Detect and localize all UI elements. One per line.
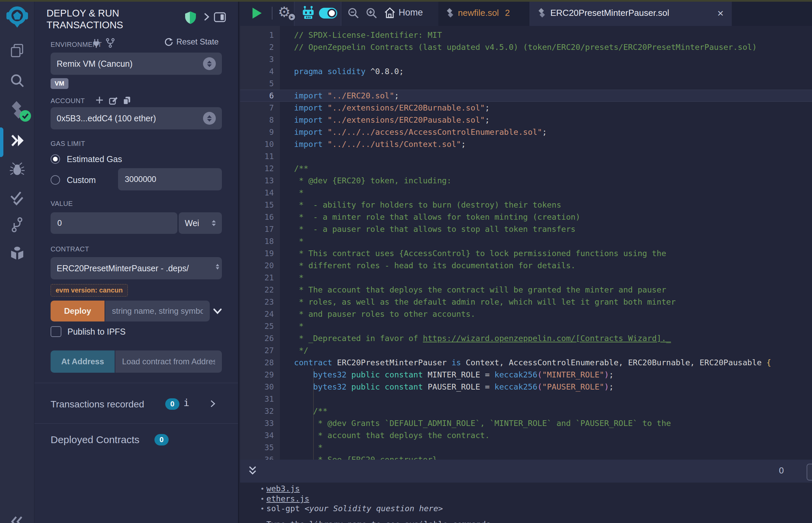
value-input[interactable]: [51, 212, 177, 234]
tab-erc20presetminterpauser[interactable]: ERC20PresetMinterPauser.sol ×: [529, 0, 732, 26]
script-play-badge: ▶: [288, 13, 296, 21]
line-number: 4: [240, 65, 274, 77]
remix-ide-window: DEPLOY & RUN TRANSACTIONS ENVIRONMENT: [0, 0, 812, 523]
value-unit-select[interactable]: Wei: [179, 212, 222, 234]
remix-logo[interactable]: [0, 4, 34, 28]
line-number-gutter[interactable]: 1234567891011121314151617181920212223242…: [240, 29, 274, 459]
solidity-compiler-icon[interactable]: [0, 101, 34, 119]
constructor-args-input[interactable]: [105, 301, 210, 322]
line-number: 15: [240, 199, 274, 211]
activity-bar: [0, 0, 34, 523]
line-number: 34: [240, 429, 274, 441]
remix-logo-icon: [5, 4, 29, 28]
value-unit-selected: Wei: [185, 218, 199, 228]
environment-select[interactable]: Remix VM (Cancun): [51, 53, 222, 75]
bullet-icon: •: [260, 504, 264, 514]
compile-run-script-icon[interactable]: ⚙ ▶: [278, 5, 293, 21]
code-line: // SPDX-License-Identifier: MIT: [294, 29, 771, 41]
zoom-in-icon[interactable]: [366, 7, 378, 19]
at-address-button[interactable]: At Address: [51, 350, 114, 373]
contract-select[interactable]: ERC20PresetMinterPauser - .deps/: [51, 257, 222, 279]
home-icon[interactable]: [384, 7, 396, 19]
bullet-icon: •: [260, 494, 264, 504]
zoom-out-icon[interactable]: [347, 7, 359, 19]
deployed-contracts-label: Deployed Contracts: [51, 434, 139, 446]
file-explorer-icon[interactable]: [0, 42, 34, 59]
add-account-icon[interactable]: [95, 96, 104, 105]
code-line: * @dev {ERC20} token, including:: [294, 175, 771, 187]
copy-account-icon[interactable]: [122, 96, 131, 105]
tab-newfile[interactable]: newfile.sol 2: [438, 0, 537, 26]
ai-copilot-robot-icon[interactable]: [301, 5, 316, 20]
code-line: [294, 393, 771, 405]
line-number: 29: [240, 369, 274, 381]
terminal-text: Type the library name to see available c…: [266, 520, 495, 523]
terminal-filter-box[interactable]: [807, 464, 812, 481]
compile-success-badge: [19, 110, 31, 122]
panel-title: DEPLOY & RUN TRANSACTIONS: [47, 7, 164, 31]
code-line: import "../../../utils/Context.sol";: [294, 138, 771, 150]
line-number: 12: [240, 162, 274, 175]
account-select[interactable]: 0x5B3...eddC4 (100 ether): [51, 107, 222, 129]
terminal-link[interactable]: web3.js: [266, 484, 300, 493]
terminal-link[interactable]: ethers.js: [266, 494, 309, 503]
bullet-icon: •: [260, 484, 264, 494]
line-number: 28: [240, 357, 274, 369]
home-tab-label[interactable]: Home: [399, 7, 423, 18]
line-number: 35: [240, 441, 274, 454]
line-number: 1: [240, 29, 274, 41]
expand-deploy-icon[interactable]: [212, 306, 223, 316]
code-line: pragma solidity ^0.8.0;: [294, 65, 771, 77]
expand-transactions-icon[interactable]: [209, 400, 216, 408]
debugger-icon[interactable]: [0, 161, 34, 177]
deploy-run-panel: DEPLOY & RUN TRANSACTIONS ENVIRONMENT: [34, 0, 239, 523]
custom-gas-radio[interactable]: [51, 175, 60, 185]
reset-state-button[interactable]: Reset State: [164, 37, 218, 47]
copilot-toggle[interactable]: [319, 8, 337, 19]
transactions-recorded-label: Transactions recorded: [51, 399, 144, 410]
code-editor[interactable]: // SPDX-License-Identifier: MIT// OpenZe…: [294, 29, 771, 459]
search-icon[interactable]: [0, 73, 34, 88]
close-tab-icon[interactable]: ×: [717, 8, 724, 19]
plug-icon[interactable]: [92, 38, 101, 49]
custom-gas-input[interactable]: [118, 168, 222, 191]
info-icon[interactable]: i: [183, 397, 189, 409]
line-number: 30: [240, 381, 274, 393]
run-script-icon[interactable]: [250, 7, 263, 20]
expand-terminal-icon[interactable]: [247, 465, 258, 477]
code-line: * - ability for holders to burn (destroy…: [294, 199, 771, 211]
pin-panel-icon[interactable]: [214, 12, 226, 23]
unit-testing-icon[interactable]: [0, 190, 34, 206]
terminal-toolbar[interactable]: 0: [240, 459, 812, 483]
transactions-recorded-section[interactable]: Transactions recorded 0 i: [34, 391, 239, 423]
line-number: 6: [240, 90, 274, 102]
deploy-button[interactable]: Deploy: [51, 301, 105, 322]
terminal-output: •web3.js•ethers.js•sol-gpt <your Solidit…: [240, 483, 812, 523]
line-number: 33: [240, 417, 274, 429]
deploy-and-run-icon[interactable]: [0, 133, 34, 148]
code-line: *: [294, 272, 771, 284]
publish-ipfs-checkbox[interactable]: [51, 326, 61, 337]
code-line: bytes32 public constant PAUSER_ROLE = ke…: [294, 381, 771, 393]
estimated-gas-radio[interactable]: [51, 154, 60, 164]
code-line: // OpenZeppelin Contracts (last updated …: [294, 41, 771, 53]
deployed-count-badge: 0: [155, 434, 169, 446]
collapse-panel-icon[interactable]: [202, 12, 211, 22]
code-line: * different roles - head to its document…: [294, 259, 771, 272]
git-icon[interactable]: [0, 216, 34, 233]
plugin-manager-icon[interactable]: [0, 245, 34, 262]
transactions-count-badge: 0: [165, 398, 179, 410]
line-number: 13: [240, 175, 274, 187]
contract-label: CONTRACT: [51, 245, 89, 253]
line-number: 36: [240, 454, 274, 459]
code-line: * This contract uses {AccessControl} to …: [294, 247, 771, 259]
account-label: ACCOUNT: [51, 97, 85, 105]
sign-message-icon[interactable]: [109, 96, 118, 105]
toolbar-divider: [272, 7, 272, 20]
collapse-icon[interactable]: [0, 515, 34, 523]
at-address-input[interactable]: [115, 350, 222, 373]
pending-transactions-count: 0: [779, 465, 784, 476]
tab-label: ERC20PresetMinterPauser.sol: [550, 8, 669, 18]
line-number: 24: [240, 308, 274, 320]
fork-state-icon[interactable]: [105, 38, 115, 49]
